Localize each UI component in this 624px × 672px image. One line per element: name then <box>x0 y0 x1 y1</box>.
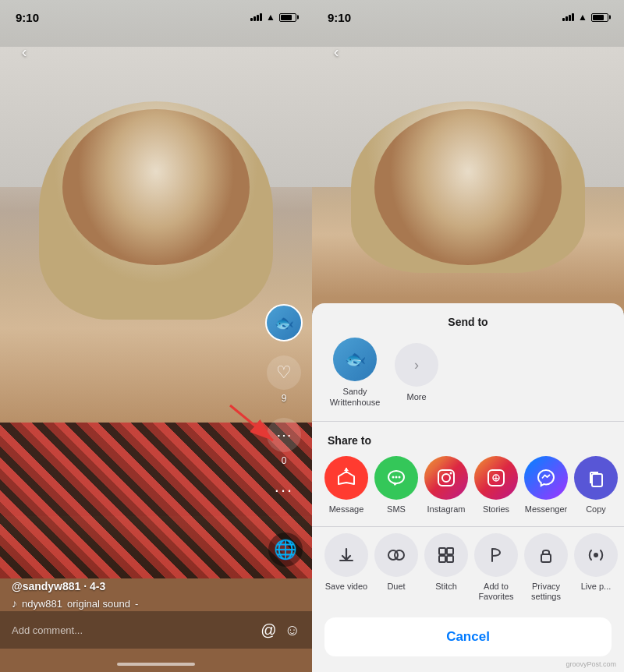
live-button[interactable]: Live p... <box>574 533 618 591</box>
svg-marker-4 <box>344 468 349 471</box>
add-favorites-label: Add to Favorites <box>474 582 518 602</box>
user-info-bottom: @sandyw881 · 4-3 ♪ ndyw881 original soun… <box>0 580 265 610</box>
copy-label: Copy <box>586 504 606 514</box>
share-icons-row: Message SMS <box>312 456 624 526</box>
sound-row: ♪ ndyw881 original sound - <box>12 597 254 610</box>
svg-rect-19 <box>447 548 453 554</box>
stories-label: Stories <box>483 504 509 514</box>
svg-point-10 <box>442 474 450 482</box>
favorites-icon <box>474 533 518 577</box>
duet-label: Duet <box>387 582 405 591</box>
original-sound-text: original sound <box>67 598 130 610</box>
signal-icon <box>250 13 262 21</box>
stitch-label: Stitch <box>435 582 457 591</box>
more-options-button[interactable]: ··· <box>275 480 293 500</box>
actions-row: Save video Duet <box>312 533 624 611</box>
share-instagram[interactable]: Instagram <box>424 456 468 514</box>
time-right: 9:10 <box>328 11 351 24</box>
messenger-icon <box>524 456 568 500</box>
chevron-right-icon: › <box>414 357 419 373</box>
sms-icon <box>374 456 418 500</box>
message-icon <box>324 456 368 500</box>
creator-avatar[interactable]: 🐟 <box>265 304 303 341</box>
messenger-label: Messenger <box>525 504 567 514</box>
svg-line-1 <box>230 405 273 440</box>
share-messenger[interactable]: Messenger <box>524 456 568 514</box>
svg-rect-15 <box>592 474 602 486</box>
share-stories[interactable]: + Stories <box>474 456 518 514</box>
username: @sandyw881 · 4-3 <box>12 580 254 592</box>
svg-point-11 <box>450 472 452 474</box>
status-icons-left: ▲ <box>250 12 296 23</box>
share-sms[interactable]: SMS <box>374 456 418 514</box>
wifi-icon-right: ▲ <box>578 12 587 23</box>
share-copy[interactable]: Copy <box>574 456 618 514</box>
status-bar-right: 9:10 ▲ <box>312 0 624 34</box>
privacy-icon <box>524 533 568 577</box>
back-button-left[interactable]: ‹ <box>12 39 37 64</box>
share-to-title: Share to <box>312 428 624 456</box>
signal-icon-right <box>562 13 574 21</box>
share-sheet: Send to 🐟 Sandy Writtenhouse › More Shar… <box>312 303 624 672</box>
svg-rect-22 <box>541 554 551 562</box>
more-button[interactable]: › More <box>395 343 438 402</box>
stories-icon: + <box>474 456 518 500</box>
heart-icon: ♡ <box>276 363 292 383</box>
globe-icon[interactable]: 🌐 <box>268 532 303 567</box>
right-panel: 9:10 ▲ ‹ Send to 🐟 Sa <box>312 0 624 672</box>
svg-point-17 <box>395 550 404 560</box>
status-bar-left: 9:10 ▲ <box>0 0 312 34</box>
emoji-icon[interactable]: ☺ <box>285 621 300 639</box>
save-video-icon <box>324 533 368 577</box>
wifi-icon: ▲ <box>266 12 275 23</box>
live-label: Live p... <box>581 582 612 591</box>
duet-icon <box>374 533 418 577</box>
save-video-label: Save video <box>325 582 367 591</box>
svg-point-7 <box>395 476 398 478</box>
sms-label: SMS <box>387 504 406 514</box>
svg-rect-21 <box>447 556 453 562</box>
privacy-label: Privacy settings <box>524 582 568 602</box>
contact-avatar-emoji: 🐟 <box>345 349 366 370</box>
more-label: More <box>406 391 426 402</box>
share-message[interactable]: Message <box>324 456 368 514</box>
sound-text: ndyw881 <box>22 598 62 610</box>
comment-count: 0 <box>282 455 287 466</box>
save-video-button[interactable]: Save video <box>324 533 368 591</box>
like-button[interactable]: ♡ 9 <box>267 355 301 404</box>
svg-rect-20 <box>439 556 445 562</box>
back-button-right[interactable]: ‹ <box>324 39 349 64</box>
more-circle: › <box>395 343 438 387</box>
contact-sandy[interactable]: 🐟 Sandy Writtenhouse <box>328 338 382 409</box>
svg-marker-2 <box>339 472 354 484</box>
status-icons-right: ▲ <box>562 12 608 23</box>
message-label: Message <box>329 504 364 514</box>
instagram-icon <box>424 456 468 500</box>
watermark: groovyPost.com <box>566 660 616 668</box>
live-icon <box>574 533 618 577</box>
home-indicator-left <box>117 663 195 666</box>
instagram-label: Instagram <box>427 504 466 514</box>
comment-input[interactable]: Add comment... <box>12 624 253 636</box>
three-dots-icon: ··· <box>275 480 293 500</box>
stitch-icon <box>424 533 468 577</box>
battery-icon <box>279 13 296 22</box>
copy-icon <box>574 456 618 500</box>
cancel-button[interactable]: Cancel <box>324 617 612 656</box>
at-icon[interactable]: @ <box>261 621 276 639</box>
avatar-emoji: 🐟 <box>275 313 294 332</box>
add-favorites-button[interactable]: Add to Favorites <box>474 533 518 602</box>
contact-avatar: 🐟 <box>333 338 377 381</box>
svg-point-6 <box>392 476 395 478</box>
duet-button[interactable]: Duet <box>374 533 418 591</box>
privacy-settings-button[interactable]: Privacy settings <box>524 533 568 602</box>
annotation-arrow <box>222 398 285 455</box>
music-note-icon: ♪ <box>12 597 17 610</box>
svg-text:+: + <box>494 474 498 483</box>
svg-point-8 <box>399 476 401 478</box>
left-panel: 9:10 ▲ ‹ 🐟 ♡ 9 <box>0 0 312 672</box>
divider-1 <box>312 421 624 422</box>
stitch-button[interactable]: Stitch <box>424 533 468 591</box>
cancel-label: Cancel <box>446 629 490 645</box>
send-to-title: Send to <box>312 303 624 338</box>
